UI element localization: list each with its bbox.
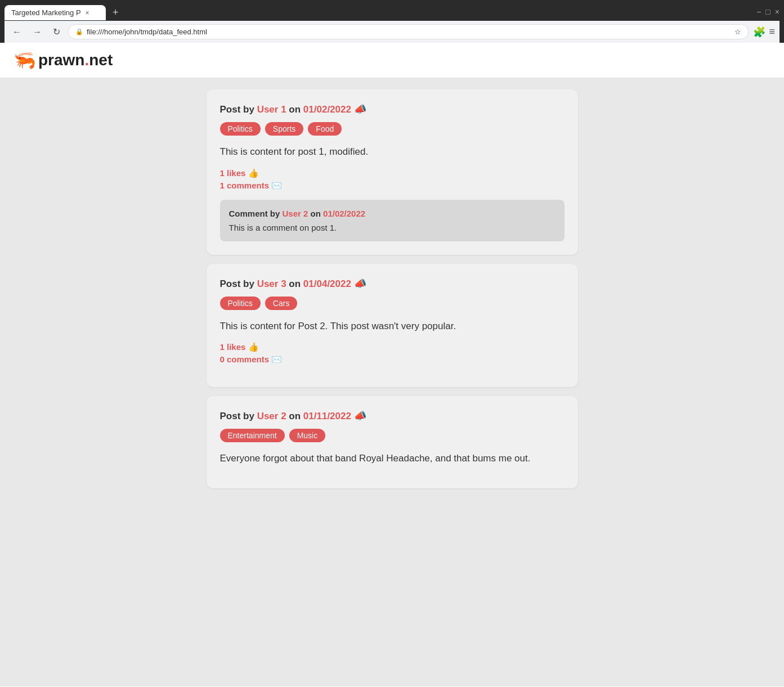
- lock-icon: 🔒: [75, 28, 83, 35]
- tag: Music: [289, 429, 326, 442]
- logo: 🦐 prawn.net: [14, 50, 770, 71]
- post-date: 01/11/2022: [303, 411, 351, 421]
- logo-net: net: [89, 51, 113, 69]
- post-date: 01/02/2022: [303, 104, 351, 115]
- comment-username: User 2: [283, 209, 308, 218]
- tab-close-button[interactable]: ×: [86, 9, 89, 17]
- nav-actions: 🧩 ≡: [753, 26, 775, 38]
- comment-box: Comment by User 2 on 01/02/2022 This is …: [220, 200, 565, 241]
- post-content: This is content for post 1, modified.: [220, 145, 565, 159]
- tag: Politics: [220, 297, 261, 310]
- comment-by-label: Comment by: [229, 209, 283, 218]
- post-content: Everyone forgot about that band Royal He…: [220, 451, 565, 466]
- post-username: User 2: [257, 411, 286, 421]
- page-header: 🦐 prawn.net: [0, 43, 784, 78]
- tab-bar: Targeted Marketing P × + − □ ×: [5, 5, 779, 21]
- address-text: file:///home/john/tmdp/data_feed.html: [87, 28, 731, 36]
- logo-icon: 🦐: [14, 50, 36, 71]
- post-tags: Politics Sports Food: [220, 122, 565, 136]
- menu-icon[interactable]: ≡: [769, 26, 775, 38]
- post-on-label: on: [289, 104, 303, 115]
- tag: Food: [308, 122, 342, 136]
- tag: Sports: [265, 122, 303, 136]
- forward-button[interactable]: →: [29, 25, 45, 39]
- megaphone-icon: 📣: [354, 410, 366, 421]
- post-username: User 3: [257, 279, 286, 289]
- browser-chrome: Targeted Marketing P × + − □ × ← → ↻ 🔒 f…: [0, 0, 784, 43]
- extensions-icon[interactable]: 🧩: [753, 26, 765, 38]
- megaphone-icon: 📣: [354, 104, 366, 115]
- tag: Politics: [220, 122, 261, 136]
- navigation-bar: ← → ↻ 🔒 file:///home/john/tmdp/data_feed…: [5, 21, 779, 43]
- tag: Entertainment: [220, 429, 285, 442]
- comment-content: This is a comment on post 1.: [229, 223, 555, 232]
- comment-header: Comment by User 2 on 01/02/2022: [229, 209, 555, 218]
- tag: Cars: [265, 297, 298, 310]
- address-bar[interactable]: 🔒 file:///home/john/tmdp/data_feed.html …: [68, 24, 749, 39]
- active-tab[interactable]: Targeted Marketing P ×: [5, 5, 106, 20]
- post-by-label: Post by: [220, 411, 257, 421]
- maximize-button[interactable]: □: [765, 7, 770, 16]
- post-stats: 1 likes 👍 1 comments ✉️: [220, 168, 565, 191]
- post-header: Post by User 2 on 01/11/2022 📣: [220, 410, 565, 422]
- logo-wordmark: prawn.net: [38, 51, 113, 69]
- post-card: Post by User 2 on 01/11/2022 📣 Entertain…: [207, 396, 578, 488]
- comment-on-label: on: [311, 209, 324, 218]
- post-tags: Entertainment Music: [220, 429, 565, 442]
- post-on-label: on: [289, 411, 303, 421]
- bookmark-icon[interactable]: ☆: [734, 28, 741, 36]
- post-header: Post by User 1 on 01/02/2022 📣: [220, 103, 565, 115]
- new-tab-button[interactable]: +: [108, 5, 123, 21]
- comments-count: 0 comments ✉️: [220, 354, 565, 365]
- post-content: This is content for Post 2. This post wa…: [220, 319, 565, 334]
- likes-count: 1 likes 👍: [220, 342, 565, 352]
- post-stats: 1 likes 👍 0 comments ✉️: [220, 342, 565, 365]
- post-by-label: Post by: [220, 104, 257, 115]
- post-date: 01/04/2022: [303, 279, 351, 289]
- post-card: Post by User 1 on 01/02/2022 📣 Politics …: [207, 89, 578, 255]
- megaphone-icon: 📣: [354, 278, 366, 289]
- page-body: Post by User 1 on 01/02/2022 📣 Politics …: [0, 78, 784, 686]
- comments-count: 1 comments ✉️: [220, 181, 565, 191]
- likes-count: 1 likes 👍: [220, 168, 565, 178]
- back-button[interactable]: ←: [9, 25, 25, 39]
- minimize-button[interactable]: −: [756, 7, 761, 16]
- post-tags: Politics Cars: [220, 297, 565, 310]
- post-username: User 1: [257, 104, 286, 115]
- comment-date: 01/02/2022: [323, 209, 365, 218]
- reload-button[interactable]: ↻: [50, 24, 64, 39]
- post-header: Post by User 3 on 01/04/2022 📣: [220, 277, 565, 290]
- post-on-label: on: [289, 279, 303, 289]
- post-by-label: Post by: [220, 279, 257, 289]
- logo-prawn: prawn: [38, 51, 84, 69]
- close-window-button[interactable]: ×: [775, 7, 779, 16]
- post-card: Post by User 3 on 01/04/2022 📣 Politics …: [207, 264, 578, 388]
- tab-title: Targeted Marketing P: [11, 8, 81, 17]
